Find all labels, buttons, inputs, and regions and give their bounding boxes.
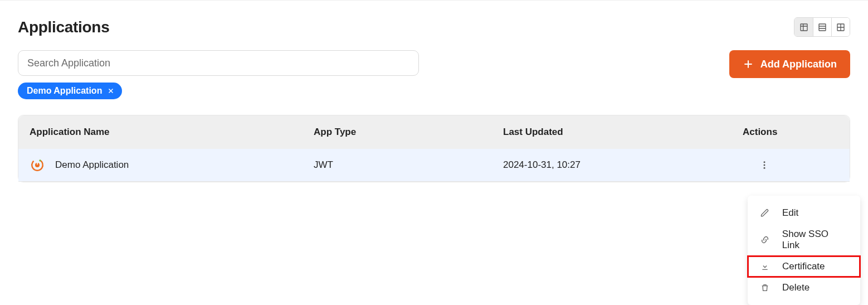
menu-item-edit[interactable]: Edit	[748, 202, 860, 224]
applications-table: Application Name App Type Last Updated A…	[18, 115, 850, 182]
filter-chip-demo-application: Demo Application	[18, 83, 122, 99]
menu-item-label: Certificate	[782, 261, 825, 272]
menu-item-label: Delete	[782, 282, 810, 293]
search-input[interactable]	[18, 50, 419, 76]
cell-app-name: Demo Application	[55, 159, 129, 171]
link-icon	[760, 235, 770, 245]
svg-point-18	[764, 164, 765, 166]
table-header-row: Application Name App Type Last Updated A…	[18, 115, 850, 149]
add-application-label: Add Application	[760, 59, 837, 70]
col-header-actions: Actions	[743, 127, 838, 138]
table-row[interactable]: Demo Application JWT 2024-10-31, 10:27	[18, 149, 850, 182]
filter-chip-label: Demo Application	[27, 86, 102, 96]
close-icon[interactable]	[108, 88, 114, 94]
view-toggle-list[interactable]	[813, 18, 831, 36]
view-toggle-table[interactable]	[794, 18, 813, 36]
plus-icon	[743, 59, 754, 70]
delete-icon	[760, 283, 770, 293]
svg-rect-16	[37, 162, 38, 164]
svg-point-17	[764, 161, 765, 163]
edit-icon	[760, 208, 770, 218]
view-toggle-grid[interactable]	[831, 18, 850, 36]
menu-item-label: Show SSO Link	[782, 229, 848, 251]
page-title: Applications	[18, 18, 109, 36]
col-header-type: App Type	[314, 127, 503, 138]
col-header-updated: Last Updated	[503, 127, 743, 138]
menu-item-show-sso-link[interactable]: Show SSO Link	[748, 224, 860, 256]
add-application-button[interactable]: Add Application	[729, 50, 850, 78]
grid-view-icon	[836, 23, 845, 32]
download-icon	[760, 262, 770, 272]
application-icon	[30, 157, 45, 173]
svg-point-19	[764, 167, 765, 169]
more-vert-icon	[759, 160, 769, 170]
col-header-name: Application Name	[30, 127, 314, 138]
row-actions-menu: Edit Show SSO Link Certificate Delete	[748, 196, 860, 305]
menu-item-certificate[interactable]: Certificate	[748, 256, 860, 277]
table-view-icon	[799, 23, 808, 32]
svg-point-14	[39, 159, 41, 161]
view-toggle-group	[794, 17, 850, 37]
cell-app-type: JWT	[314, 159, 503, 171]
menu-item-delete[interactable]: Delete	[748, 277, 860, 298]
list-view-icon	[818, 23, 827, 32]
row-actions-button[interactable]	[756, 157, 773, 173]
cell-last-updated: 2024-10-31, 10:27	[503, 159, 743, 171]
menu-item-label: Edit	[782, 207, 798, 219]
svg-rect-0	[801, 24, 807, 31]
svg-rect-3	[819, 24, 826, 31]
